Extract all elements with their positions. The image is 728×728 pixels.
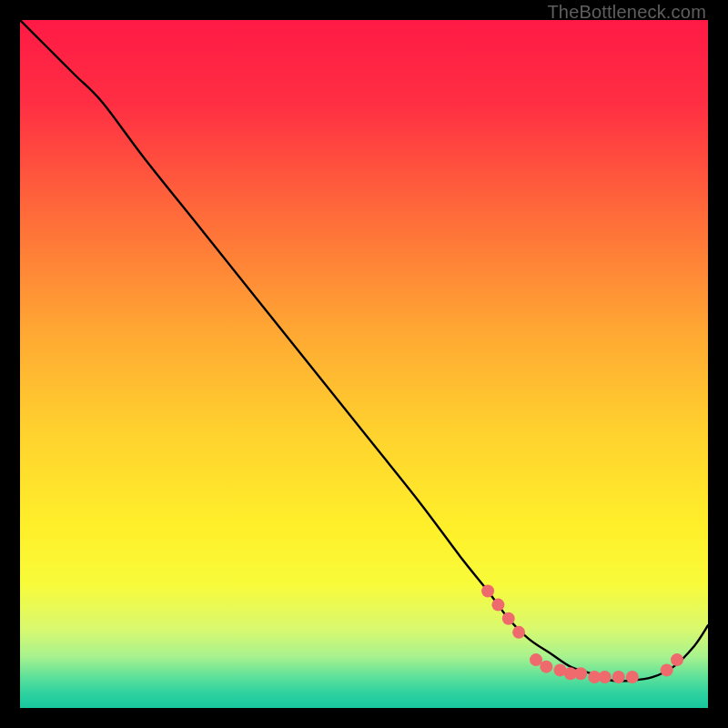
plot-area [20, 20, 708, 708]
marker-dot [626, 671, 639, 683]
marker-dot [671, 653, 683, 666]
plot-svg [20, 20, 708, 708]
marker-dot [661, 663, 673, 676]
watermark-text: TheBottleneck.com [547, 2, 706, 23]
marker-dot [512, 626, 525, 639]
marker-dot [574, 667, 587, 680]
marker-dot [491, 599, 504, 612]
marker-dot [540, 661, 552, 673]
gradient-rect [20, 20, 708, 708]
marker-dot [502, 612, 515, 625]
marker-dot [612, 671, 625, 683]
marker-dot [481, 584, 494, 597]
chart-stage: TheBottleneck.com [0, 0, 728, 728]
marker-dot [599, 671, 612, 683]
